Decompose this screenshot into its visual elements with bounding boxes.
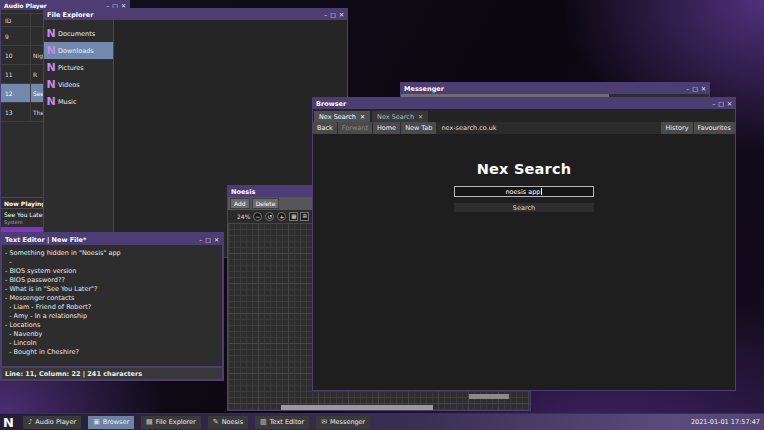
messenger-titlebar[interactable]: Messenger – □ ✕: [401, 83, 709, 94]
folder-n-icon: N: [45, 96, 57, 107]
zoom-control-button[interactable]: ↺: [265, 212, 274, 221]
minimize-icon[interactable]: –: [712, 101, 715, 107]
editor-line: - Lincoln: [5, 339, 219, 348]
editor-line: - Amy - In a relationship: [5, 312, 219, 321]
tab-close-icon[interactable]: ✕: [360, 113, 365, 120]
browser-menu-button[interactable]: History: [660, 122, 692, 134]
canvas-toggle-button[interactable]: ⊞: [300, 212, 309, 221]
minimize-icon[interactable]: –: [324, 12, 327, 18]
folder-n-icon: N: [45, 79, 57, 90]
browser-nav-button[interactable]: Back: [313, 122, 338, 134]
browser-nav-buttons: BackForwardHomeNew Tab: [313, 122, 437, 134]
maximize-icon[interactable]: □: [205, 237, 211, 243]
editor-status-bar: Line: 11, Column: 22 | 241 characters: [2, 366, 222, 379]
track-id: 13: [1, 103, 31, 121]
editor-line: - Something hidden in "Noesis" app: [5, 249, 219, 258]
track-id: 10: [1, 46, 31, 64]
start-menu-n-logo[interactable]: N: [3, 416, 14, 429]
editor-line: - Navenby: [5, 330, 219, 339]
editor-line: - Locations: [5, 321, 219, 330]
taskbar-app-button[interactable]: ▤ File Explorer: [141, 416, 201, 429]
tab-close-icon[interactable]: ✕: [418, 113, 423, 120]
taskbar-app-button[interactable]: ✎ Noesis: [208, 416, 248, 429]
text-editor-window-controls: – □ ✕: [199, 237, 219, 243]
editor-line: - What is in "See You Later"?: [5, 285, 219, 294]
sidebar-folder-item[interactable]: N Music: [44, 93, 113, 110]
url-bar[interactable]: nex-search.co.uk: [437, 122, 660, 134]
zoom-control-button[interactable]: −: [253, 212, 262, 221]
search-input-value: noesis app: [506, 188, 541, 196]
text-editor-titlebar[interactable]: Text Editor | New File* – □ ✕: [2, 234, 222, 245]
minimize-icon[interactable]: –: [199, 237, 202, 243]
sidebar-folder-item[interactable]: N Downloads: [44, 42, 113, 59]
zoom-control-button[interactable]: +: [277, 212, 286, 221]
browser-window: Browser – □ ✕ Nex Search ✕ Nex Search ✕ …: [312, 97, 736, 391]
editor-line: - Liam - Friend of Robert?: [5, 303, 219, 312]
file-explorer-titlebar[interactable]: File Explorer – □ ✕: [44, 9, 347, 20]
sidebar-folder-item[interactable]: N Pictures: [44, 59, 113, 76]
maximize-icon[interactable]: □: [330, 12, 336, 18]
search-input[interactable]: noesis app: [454, 186, 594, 197]
id-column-header: ID: [1, 14, 31, 26]
browser-window-controls: – □ ✕: [712, 101, 732, 107]
track-id: 11: [1, 65, 31, 83]
editor-line: - Bought in Cheshire?: [5, 348, 219, 357]
editor-line: -: [5, 258, 219, 267]
taskbar-clock: 2021-01-01 17:57:47: [691, 418, 760, 426]
taskbar-app-button[interactable]: ▥ Text Editor: [255, 416, 309, 429]
browser-nav-button[interactable]: Home: [373, 122, 401, 134]
close-icon[interactable]: ✕: [214, 237, 219, 243]
canvas-toggle-button[interactable]: ▦: [289, 212, 298, 221]
zoom-controls: −↺+: [253, 212, 286, 221]
browser-nav-button[interactable]: Forward: [338, 122, 373, 134]
track-id: 9: [1, 27, 31, 45]
text-editor-title: Text Editor | New File*: [5, 236, 199, 244]
taskbar-items: ♪ Audio Player ▣ Browser ▤ File Explorer…: [23, 416, 370, 429]
browser-tab[interactable]: Nex Search ✕: [372, 111, 428, 122]
taskbar-app-icon: ▣: [93, 419, 100, 426]
taskbar-app-button[interactable]: ▣ Browser: [88, 416, 134, 429]
zoom-level-label: 24%: [237, 213, 250, 220]
browser-titlebar[interactable]: Browser – □ ✕: [313, 98, 735, 109]
tab-label: Nex Search: [377, 113, 414, 121]
taskbar-app-button[interactable]: ✉ Messenger: [316, 416, 370, 429]
folder-label: Downloads: [58, 47, 94, 55]
browser-nav-button[interactable]: New Tab: [401, 122, 437, 134]
browser-menu-button[interactable]: Favourites: [693, 122, 735, 134]
taskbar-app-icon: ▤: [146, 419, 153, 426]
browser-tab-bar: Nex Search ✕ Nex Search ✕: [313, 109, 735, 122]
taskbar-app-label: File Explorer: [156, 418, 196, 426]
taskbar-app-label: Audio Player: [35, 418, 76, 426]
sidebar-folder-item[interactable]: N Videos: [44, 76, 113, 93]
folder-n-icon: N: [45, 45, 57, 56]
browser-right-buttons: HistoryFavourites: [660, 122, 735, 134]
editor-line: - BIOS system version: [5, 267, 219, 276]
editor-text-area[interactable]: - Something hidden in "Noesis" app -- BI…: [2, 245, 222, 366]
noesis-toolbar-button[interactable]: Add: [230, 198, 250, 209]
folder-n-icon: N: [45, 62, 57, 73]
taskbar-app-icon: ▥: [260, 419, 267, 426]
file-explorer-window-controls: – □ ✕: [324, 12, 344, 18]
maximize-icon[interactable]: □: [692, 86, 698, 92]
close-icon[interactable]: ✕: [339, 12, 344, 18]
close-icon[interactable]: ✕: [727, 101, 732, 107]
canvas-toggles: ▦⊞: [289, 212, 309, 221]
minimize-icon[interactable]: –: [686, 86, 689, 92]
maximize-icon[interactable]: □: [718, 101, 724, 107]
close-icon[interactable]: ✕: [701, 86, 706, 92]
tab-label: Nex Search: [319, 113, 356, 121]
search-button[interactable]: Search: [454, 203, 594, 212]
file-explorer-title: File Explorer: [47, 11, 324, 19]
track-id: 12: [1, 84, 31, 102]
noesis-toolbar-button[interactable]: Delete: [252, 198, 280, 209]
taskbar: N ♪ Audio Player ▣ Browser ▤ File Explor…: [0, 413, 764, 430]
folder-label: Videos: [58, 81, 80, 89]
taskbar-app-icon: ♪: [28, 419, 32, 426]
sidebar-folder-item[interactable]: N Documents: [44, 25, 113, 42]
taskbar-app-button[interactable]: ♪ Audio Player: [23, 416, 81, 429]
horizontal-scrollbar-thumb[interactable]: [281, 405, 433, 410]
canvas-scrollbar-thumb[interactable]: [469, 394, 509, 399]
browser-tab[interactable]: Nex Search ✕: [314, 111, 370, 122]
editor-line: - Messenger contacts: [5, 294, 219, 303]
taskbar-app-label: Messenger: [330, 418, 365, 426]
